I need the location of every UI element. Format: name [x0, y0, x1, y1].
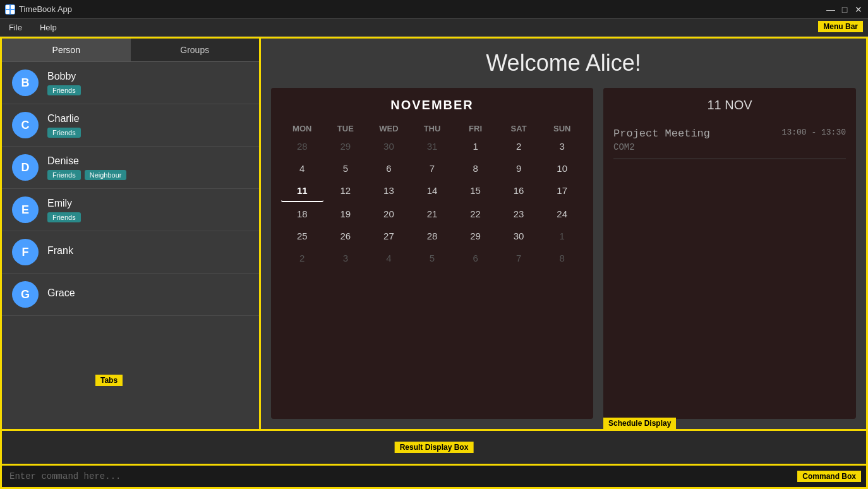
event-name: Project Meeting [613, 128, 710, 140]
schedule-date: 11 NOV [613, 98, 846, 112]
sidebar-list: BBobbyFriendsCCharlieFriendsDDeniseFrien… [2, 62, 259, 429]
avatar: F [12, 239, 39, 265]
calendar-day[interactable]: 8 [454, 158, 497, 179]
person-tags: Friends [47, 85, 81, 95]
calendar-day[interactable]: 10 [541, 158, 583, 179]
calendar-day[interactable]: 1 [541, 226, 583, 246]
calendar-day[interactable]: 21 [411, 203, 454, 224]
calendar-day[interactable]: 5 [411, 248, 454, 269]
calendar-day[interactable]: 22 [454, 203, 497, 224]
tab-person[interactable]: Person [2, 39, 131, 61]
calendar-day[interactable]: 1 [454, 136, 497, 157]
calendar-day[interactable]: 5 [325, 158, 367, 179]
calendar-day[interactable]: 31 [411, 136, 454, 157]
calendar-day[interactable]: 4 [281, 158, 323, 179]
calendar-day[interactable]: 2 [281, 248, 323, 269]
person-name: Grace [47, 287, 75, 299]
svg-rect-0 [6, 5, 9, 9]
person-name: Emily [47, 198, 81, 209]
list-item[interactable]: FFrank [2, 231, 259, 274]
calendar-day[interactable]: 6 [454, 248, 497, 269]
avatar: D [12, 154, 39, 181]
title-controls: — □ ✕ [826, 5, 863, 14]
calendar-day[interactable]: 25 [281, 226, 323, 246]
event-time: 13:00 - 13:30 [782, 128, 846, 137]
calendar-day[interactable]: 26 [325, 226, 367, 246]
calendar-day[interactable]: 15 [454, 180, 497, 202]
calendar-day[interactable]: 13 [368, 180, 410, 202]
schedule-events: Project Meeting13:00 - 13:30COM2 [613, 121, 846, 159]
calendar-day[interactable]: 7 [411, 158, 454, 179]
maximize-button[interactable]: □ [840, 5, 849, 14]
calendar-day[interactable]: 27 [368, 226, 410, 246]
close-button[interactable]: ✕ [854, 5, 863, 14]
list-item[interactable]: GGrace [2, 274, 259, 316]
calendar-day[interactable]: 12 [325, 180, 367, 202]
list-item[interactable]: CCharlieFriends [2, 104, 259, 147]
calendar-day[interactable]: 29 [454, 226, 497, 246]
svg-rect-1 [11, 5, 15, 9]
calendar-day[interactable]: 7 [498, 248, 540, 269]
event-location: COM2 [613, 142, 846, 152]
calendar-headers: MONTUEWEDTHUFRISATSUN [281, 121, 583, 136]
tag: Friends [47, 170, 81, 180]
calendar-day[interactable]: 19 [325, 203, 367, 224]
calendar-day-header: SAT [498, 121, 540, 136]
tag: Friends [47, 128, 81, 138]
calendar-day[interactable]: 6 [368, 158, 410, 179]
person-info: DeniseFriendsNeighbour [47, 155, 126, 180]
calendar-day[interactable]: 28 [281, 136, 323, 157]
menu-bar: File Help Menu Bar [0, 19, 868, 37]
tag: Friends [47, 212, 81, 222]
command-input[interactable] [2, 466, 866, 487]
calendar-title: NOVEMBER [281, 98, 583, 112]
calendar-day-header: MON [281, 121, 323, 136]
calendar-day[interactable]: 24 [541, 203, 583, 224]
calendar-days: 2829303112345678910111213141516171819202… [281, 136, 583, 269]
person-tags: FriendsNeighbour [47, 170, 126, 180]
calendar-day[interactable]: 23 [498, 203, 540, 224]
schedule-display-annotation: Schedule Display [603, 418, 676, 429]
calendar-day-header: TUE [325, 121, 367, 136]
calendar-day[interactable]: 29 [325, 136, 367, 157]
sidebar: Person Groups BBobbyFriendsCCharlieFrien… [2, 39, 261, 429]
calendar-day[interactable]: 2 [498, 136, 540, 157]
event-header: Project Meeting13:00 - 13:30 [613, 128, 846, 140]
tabs-annotation: Tabs [95, 375, 123, 386]
avatar: E [12, 196, 39, 223]
calendar-day[interactable]: 17 [541, 180, 583, 202]
calendar-day[interactable]: 9 [498, 158, 540, 179]
tab-groups[interactable]: Groups [131, 39, 260, 61]
calendar-day[interactable]: 14 [411, 180, 454, 202]
schedule-event: Project Meeting13:00 - 13:30COM2 [613, 121, 846, 159]
menu-bar-annotation: Menu Bar [818, 21, 863, 32]
person-info: Frank [47, 245, 73, 260]
menu-help[interactable]: Help [36, 21, 61, 33]
calendar-day[interactable]: 16 [498, 180, 540, 202]
menu-file[interactable]: File [5, 21, 26, 33]
calendar-day[interactable]: 3 [325, 248, 367, 269]
minimize-button[interactable]: — [826, 5, 835, 14]
calendar-day[interactable]: 28 [411, 226, 454, 246]
result-display-box: Result Display Box [0, 429, 868, 464]
list-item[interactable]: EEmilyFriends [2, 189, 259, 231]
list-item[interactable]: DDeniseFriendsNeighbour [2, 147, 259, 189]
calendar-day[interactable]: 11 [281, 180, 323, 202]
person-name: Charlie [47, 113, 81, 124]
title-bar-left: TimeBook App [5, 4, 72, 15]
calendar-day[interactable]: 8 [541, 248, 583, 269]
person-tags: Friends [47, 128, 81, 138]
calendar-day[interactable]: 4 [368, 248, 410, 269]
calendar-day-header: THU [411, 121, 454, 136]
calendar-day-header: FRI [454, 121, 497, 136]
avatar: G [12, 281, 39, 308]
calendar-day[interactable]: 30 [498, 226, 540, 246]
calendar-day[interactable]: 18 [281, 203, 323, 224]
calendar-day[interactable]: 30 [368, 136, 410, 157]
calendar-day[interactable]: 3 [541, 136, 583, 157]
list-item[interactable]: BBobbyFriends [2, 62, 259, 104]
calendar-day-header: WED [368, 121, 410, 136]
calendar-day[interactable]: 20 [368, 203, 410, 224]
avatar: B [12, 69, 39, 96]
tag: Neighbour [85, 170, 127, 180]
